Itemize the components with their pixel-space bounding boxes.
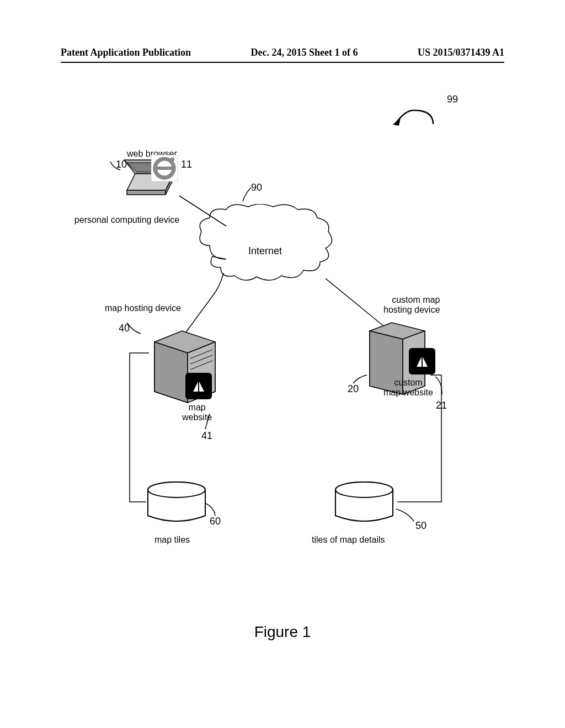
system-diagram: 99 web browser 10 11 personal computing … [0, 77, 565, 629]
ref-20: 20 [348, 383, 359, 395]
page-header: Patent Application Publication Dec. 24, … [0, 47, 565, 58]
lead-21 [434, 375, 450, 403]
map-website-icon-right [408, 347, 436, 375]
label-map-website: map website [182, 403, 212, 422]
ref-41: 41 [201, 430, 212, 442]
label-custom-map-website: custom map website [383, 378, 433, 398]
ref-40: 40 [119, 323, 130, 334]
label-tiles-map-details: tiles of map details [312, 535, 385, 545]
svg-point-15 [148, 482, 205, 497]
map-website-icon-left [185, 372, 212, 400]
database-right-icon [331, 480, 397, 529]
connection-lines [0, 77, 565, 629]
ref-60: 60 [210, 516, 221, 527]
header-left: Patent Application Publication [61, 47, 191, 58]
database-left-icon [143, 480, 210, 529]
ref-21: 21 [436, 400, 447, 411]
header-center: Dec. 24, 2015 Sheet 1 of 6 [251, 47, 358, 58]
svg-line-5 [179, 196, 226, 226]
ref-50: 50 [415, 520, 427, 532]
header-divider [61, 62, 504, 63]
svg-point-17 [335, 482, 393, 497]
label-map-tiles: map tiles [154, 535, 190, 545]
label-map-hosting: map hosting device [105, 303, 181, 313]
figure-caption: Figure 1 [0, 623, 565, 641]
label-custom-map-hosting: custom map hosting device [383, 295, 440, 315]
header-right: US 2015/0371439 A1 [418, 47, 504, 58]
